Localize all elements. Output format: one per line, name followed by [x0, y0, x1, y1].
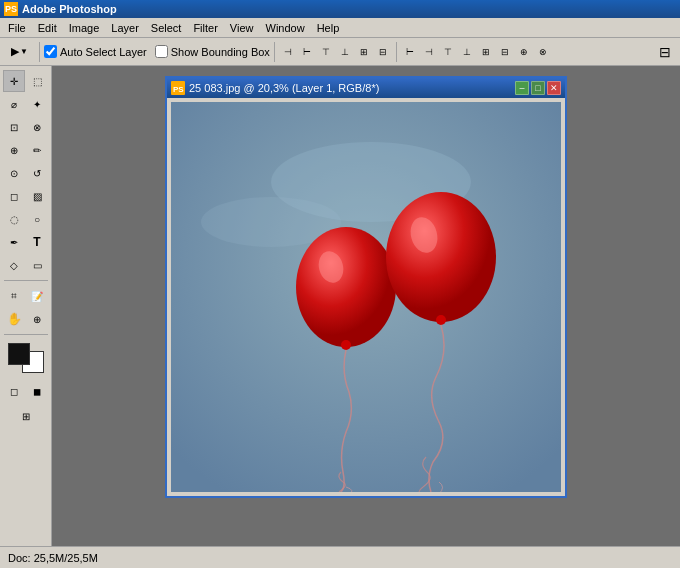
move-icon: ▶ [11, 45, 19, 58]
tool-clone[interactable]: ⊙ [3, 162, 25, 184]
gradient-icon: ▨ [33, 191, 42, 202]
auto-select-label: Auto Select Layer [60, 46, 147, 58]
dist-icon-5[interactable]: ⊞ [477, 43, 495, 61]
distribute-icons: ⊢ ⊣ ⊤ ⊥ ⊞ ⊟ ⊕ ⊗ [401, 43, 552, 61]
tool-row-1: ✛ ⬚ [3, 70, 48, 92]
dist-icon-1[interactable]: ⊢ [401, 43, 419, 61]
tool-row-10: ⌗ 📝 [3, 285, 48, 307]
menu-select[interactable]: Select [145, 20, 188, 36]
auto-select-checkbox[interactable] [44, 45, 57, 58]
auto-select-group: Auto Select Layer [44, 45, 147, 58]
transform-icon-1[interactable]: ⊣ [279, 43, 297, 61]
tool-slice[interactable]: ⊗ [26, 116, 48, 138]
tool-quick-mask[interactable]: ◼ [26, 380, 48, 402]
tool-hand[interactable]: ✋ [3, 308, 25, 330]
svg-text:PS: PS [173, 85, 184, 94]
tool-eraser[interactable]: ◻ [3, 185, 25, 207]
lasso-icon: ⌀ [11, 99, 17, 110]
doc-window-controls: – □ ✕ [515, 81, 561, 95]
menu-filter[interactable]: Filter [187, 20, 223, 36]
tool-move[interactable]: ✛ [3, 70, 25, 92]
menu-window[interactable]: Window [260, 20, 311, 36]
notes-icon: 📝 [31, 291, 43, 302]
dist-icon-3[interactable]: ⊤ [439, 43, 457, 61]
main-layout: ✛ ⬚ ⌀ ✦ ⊡ ⊗ ⊕ [0, 66, 680, 546]
tool-row-3: ⊡ ⊗ [3, 116, 48, 138]
menu-bar: File Edit Image Layer Select Filter View… [0, 18, 680, 38]
tool-row-6: ◻ ▨ [3, 185, 48, 207]
doc-close-btn[interactable]: ✕ [547, 81, 561, 95]
menu-file[interactable]: File [2, 20, 32, 36]
magic-wand-icon: ✦ [33, 99, 41, 110]
transform-icon-4[interactable]: ⊥ [336, 43, 354, 61]
menu-view[interactable]: View [224, 20, 260, 36]
toolbar-options-btn[interactable]: ⊟ [654, 41, 676, 63]
foreground-color-swatch[interactable] [8, 343, 30, 365]
hand-icon: ✋ [7, 312, 22, 326]
heal-icon: ⊕ [10, 145, 18, 156]
dist-icon-2[interactable]: ⊣ [420, 43, 438, 61]
color-swatches[interactable] [8, 343, 44, 373]
menu-help[interactable]: Help [311, 20, 346, 36]
transform-icon-6[interactable]: ⊟ [374, 43, 392, 61]
history-icon: ↺ [33, 168, 41, 179]
tool-magic-wand[interactable]: ✦ [26, 93, 48, 115]
tool-row-9: ◇ ▭ [3, 254, 48, 276]
tool-notes[interactable]: 📝 [26, 285, 48, 307]
menu-layer[interactable]: Layer [105, 20, 145, 36]
tool-pen[interactable]: ✒ [3, 231, 25, 253]
app-icon: PS [4, 2, 18, 16]
path-selection-icon: ◇ [10, 260, 18, 271]
doc-title-bar: PS 25 083.jpg @ 20,3% (Layer 1, RGB/8*) … [167, 78, 565, 98]
transform-icon-3[interactable]: ⊤ [317, 43, 335, 61]
selection-icon: ⬚ [33, 76, 42, 87]
transform-icon-2[interactable]: ⊢ [298, 43, 316, 61]
pen-icon: ✒ [10, 237, 18, 248]
menu-edit[interactable]: Edit [32, 20, 63, 36]
bounding-box-label: Show Bounding Box [171, 46, 270, 58]
balloon-canvas [171, 102, 561, 492]
tool-screen-mode[interactable]: ⊞ [15, 405, 37, 427]
svg-point-7 [341, 340, 351, 350]
tool-row-4: ⊕ ✏ [3, 139, 48, 161]
tool-gradient[interactable]: ▨ [26, 185, 48, 207]
tool-dodge[interactable]: ○ [26, 208, 48, 230]
toolbar-sep-1 [39, 42, 40, 62]
bounding-box-checkbox[interactable] [155, 45, 168, 58]
eraser-icon: ◻ [10, 191, 18, 202]
tool-shape[interactable]: ▭ [26, 254, 48, 276]
tool-eyedropper[interactable]: ⌗ [3, 285, 25, 307]
shape-icon: ▭ [33, 260, 42, 271]
text-icon: T [33, 235, 40, 249]
tool-lasso[interactable]: ⌀ [3, 93, 25, 115]
doc-minimize-btn[interactable]: – [515, 81, 529, 95]
tool-zoom[interactable]: ⊕ [26, 308, 48, 330]
svg-point-10 [436, 315, 446, 325]
move-tool-icon: ✛ [10, 76, 18, 87]
zoom-icon: ⊕ [33, 314, 41, 325]
tool-selection[interactable]: ⬚ [26, 70, 48, 92]
dist-icon-6[interactable]: ⊟ [496, 43, 514, 61]
tool-separator [4, 280, 48, 281]
move-tool-selector[interactable]: ▶ ▼ [4, 41, 35, 63]
tool-crop[interactable]: ⊡ [3, 116, 25, 138]
tool-heal[interactable]: ⊕ [3, 139, 25, 161]
tool-standard-mode[interactable]: ◻ [3, 380, 25, 402]
tool-history[interactable]: ↺ [26, 162, 48, 184]
bounding-box-group: Show Bounding Box [155, 45, 270, 58]
dist-icon-7[interactable]: ⊕ [515, 43, 533, 61]
tool-row-modes: ◻ ◼ [3, 380, 48, 402]
color-separator [4, 334, 48, 335]
clone-icon: ⊙ [10, 168, 18, 179]
doc-maximize-btn[interactable]: □ [531, 81, 545, 95]
menu-image[interactable]: Image [63, 20, 106, 36]
transform-icon-5[interactable]: ⊞ [355, 43, 373, 61]
dist-icon-4[interactable]: ⊥ [458, 43, 476, 61]
tool-brush[interactable]: ✏ [26, 139, 48, 161]
document-window: PS 25 083.jpg @ 20,3% (Layer 1, RGB/8*) … [165, 76, 567, 498]
dist-icon-8[interactable]: ⊗ [534, 43, 552, 61]
canvas-area[interactable]: PS 25 083.jpg @ 20,3% (Layer 1, RGB/8*) … [52, 66, 680, 546]
tool-path-selection[interactable]: ◇ [3, 254, 25, 276]
tool-blur[interactable]: ◌ [3, 208, 25, 230]
tool-text[interactable]: T [26, 231, 48, 253]
